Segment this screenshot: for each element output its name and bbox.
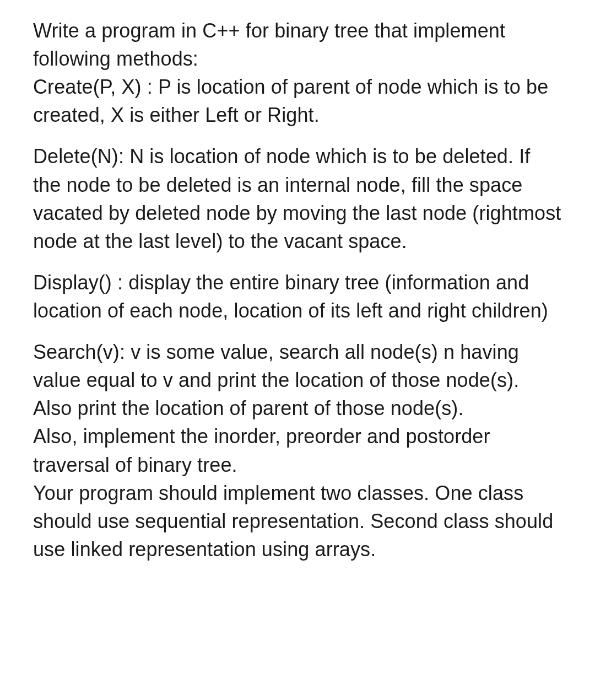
paragraph-display: Display() : display the entire binary tr…: [33, 268, 562, 325]
document-page: Write a program in C++ for binary tree t…: [0, 0, 595, 580]
paragraph-intro: Write a program in C++ for binary tree t…: [33, 17, 562, 129]
paragraph-search: Search(v): v is some value, search all n…: [33, 338, 562, 563]
paragraph-delete: Delete(N): N is location of node which i…: [33, 142, 562, 255]
